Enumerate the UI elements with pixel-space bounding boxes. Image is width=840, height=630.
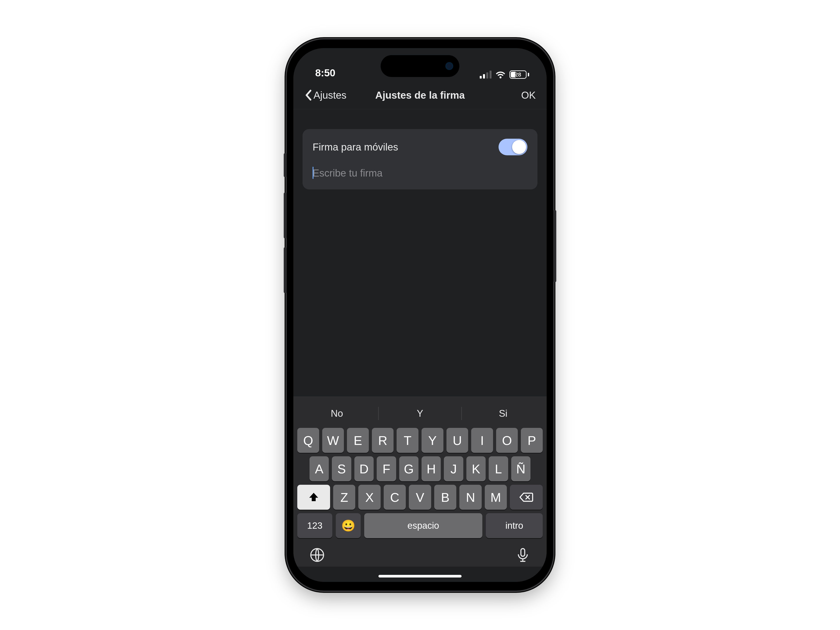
keyboard: No Y Si QWERTYUIOP ASDFGHJKLÑ ZXCVBNM [293,396,547,582]
key-u[interactable]: U [447,428,468,453]
status-time: 8:50 [315,67,335,79]
dynamic-island [381,55,459,77]
page-title: Ajustes de la firma [375,89,465,101]
back-label: Ajustes [313,89,346,101]
key-a[interactable]: A [309,456,329,481]
volume-down-button [284,247,287,293]
key-n[interactable]: N [459,485,482,510]
shift-key[interactable] [297,485,330,510]
numbers-key[interactable]: 123 [297,513,332,538]
home-indicator[interactable] [379,575,461,578]
globe-key[interactable] [309,547,325,564]
wifi-icon [496,71,505,79]
phone-frame: 8:50 28 [287,39,553,591]
nav-bar: Ajustes Ajustes de la firma OK [293,81,547,109]
key-e[interactable]: E [347,428,369,453]
mute-switch [284,153,287,177]
key-k[interactable]: K [466,456,486,481]
key-g[interactable]: G [399,456,418,481]
key-b[interactable]: B [434,485,456,510]
key-j[interactable]: J [444,456,463,481]
key-i[interactable]: I [471,428,493,453]
suggestion-1[interactable]: No [295,408,378,419]
key-c[interactable]: C [384,485,406,510]
signature-input[interactable]: Escribe tu firma [303,165,537,189]
key-h[interactable]: H [422,456,441,481]
key-m[interactable]: M [485,485,507,510]
cellular-signal-icon [480,71,491,79]
mobile-signature-toggle[interactable] [499,139,527,155]
key-z[interactable]: Z [333,485,355,510]
key-d[interactable]: D [354,456,374,481]
key-o[interactable]: O [496,428,518,453]
ok-button[interactable]: OK [521,89,536,101]
key-w[interactable]: W [322,428,344,453]
mobile-signature-label: Firma para móviles [313,141,398,153]
emoji-key[interactable]: 😀 [336,513,361,538]
key-ñ[interactable]: Ñ [511,456,531,481]
space-key[interactable]: espacio [364,513,482,538]
return-key[interactable]: intro [486,513,543,538]
content-area: Firma para móviles Escribe tu firma [293,109,547,396]
key-x[interactable]: X [358,485,381,510]
battery-percent: 28 [515,71,521,78]
dictation-key[interactable] [515,547,531,564]
backspace-key[interactable] [510,485,543,510]
back-button[interactable]: Ajustes [304,89,346,101]
suggestion-bar: No Y Si [295,401,545,426]
key-t[interactable]: T [396,428,418,453]
signature-card: Firma para móviles Escribe tu firma [303,129,537,189]
key-r[interactable]: R [372,428,394,453]
key-f[interactable]: F [377,456,396,481]
volume-up-button [284,193,287,238]
svg-rect-1 [521,549,525,556]
power-button [553,210,556,282]
key-p[interactable]: P [521,428,543,453]
suggestion-2[interactable]: Y [379,408,461,419]
key-s[interactable]: S [332,456,351,481]
key-v[interactable]: V [409,485,431,510]
suggestion-3[interactable]: Si [462,408,545,419]
front-camera-icon [445,62,453,70]
signature-placeholder: Escribe tu firma [313,167,527,179]
text-cursor [313,167,313,179]
battery-indicator: 28 [510,70,529,79]
key-y[interactable]: Y [422,428,444,453]
key-q[interactable]: Q [297,428,319,453]
chevron-left-icon [304,90,312,101]
key-l[interactable]: L [489,456,508,481]
screen: 8:50 28 [293,48,547,582]
